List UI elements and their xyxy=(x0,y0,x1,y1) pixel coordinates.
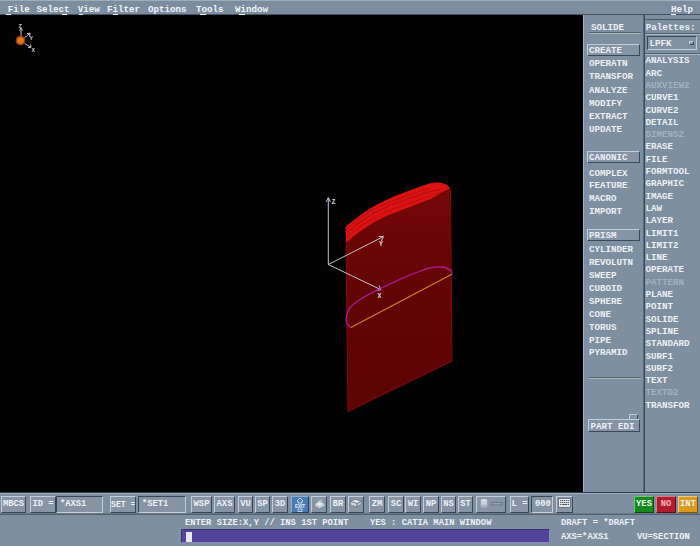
svg-text:X: X xyxy=(32,47,36,54)
svg-text:Y: Y xyxy=(30,35,34,42)
svg-text:Z: Z xyxy=(332,199,336,206)
svg-text:Z: Z xyxy=(19,23,23,30)
svg-text:X: X xyxy=(378,293,382,300)
svg-text:Y: Y xyxy=(379,241,383,248)
svg-text:EXIT: EXIT xyxy=(295,504,305,509)
